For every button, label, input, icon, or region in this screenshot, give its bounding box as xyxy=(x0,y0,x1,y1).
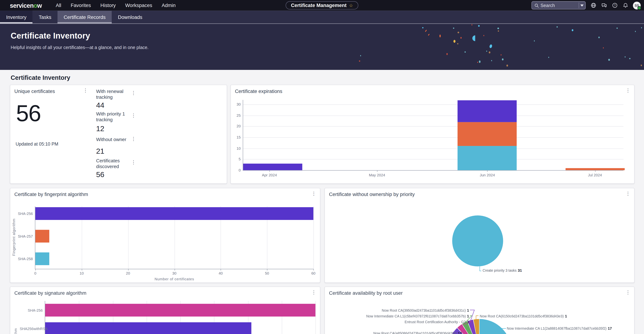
metric-label-discovered: Certificates discovered xyxy=(96,158,131,170)
nav-item-history[interactable]: History xyxy=(100,3,116,8)
bar-sha-256[interactable] xyxy=(45,304,315,316)
bar-sha256withrsa[interactable] xyxy=(45,322,252,334)
decor-dot xyxy=(641,65,642,66)
tab-certificate-records[interactable]: Certificate Records xyxy=(58,11,112,24)
metric-value-renewal: 44 xyxy=(96,101,104,110)
x-axis-tick-label: 40 xyxy=(212,271,229,275)
notifications-bell-icon[interactable] xyxy=(622,2,628,9)
workspace-tab-bar: Inventory Tasks Certificate Records Down… xyxy=(0,11,644,24)
kebab-menu-icon[interactable] xyxy=(82,88,88,93)
card-fingerprint-plot[interactable]: 0102030405060SHA-256SHA-257SHA-258Number… xyxy=(35,206,313,269)
bar-sha-258[interactable] xyxy=(35,252,49,265)
bar-segment-apr-2024-purple[interactable] xyxy=(243,164,302,170)
x-axis-tick xyxy=(82,269,82,270)
gridline xyxy=(243,126,624,127)
gridline xyxy=(243,159,624,160)
decor-dot xyxy=(464,51,466,53)
x-axis-tick-label: 10 xyxy=(74,271,90,275)
kebab-menu-icon[interactable] xyxy=(131,90,136,96)
presence-badge xyxy=(638,6,641,10)
x-axis-tick-label: 30 xyxy=(166,271,182,275)
decor-dot xyxy=(534,40,535,42)
card-signature-plot[interactable]: SHA-256SHA256withRSASignature algorithm xyxy=(45,301,316,334)
unique-certificates-value: 56 xyxy=(16,100,41,127)
tab-downloads[interactable]: Downloads xyxy=(112,11,148,24)
x-axis-category-label: Apr 2024 xyxy=(249,173,290,177)
user-avatar[interactable]: SS xyxy=(633,2,640,9)
gridline xyxy=(243,105,624,105)
decor-dot xyxy=(422,27,424,29)
x-axis-tick-label: 20 xyxy=(120,271,136,275)
metric-value-without-owner: 21 xyxy=(96,147,104,156)
search-input[interactable] xyxy=(540,3,578,8)
y-axis-tick-label: 30 xyxy=(231,103,241,107)
decor-dot xyxy=(498,31,499,32)
current-app-pill[interactable]: Certificate Management ☆ xyxy=(286,1,358,10)
card-fingerprint: Certificate by fingerprint algorithm 010… xyxy=(10,188,320,283)
x-axis-tick xyxy=(221,269,221,270)
tab-inventory[interactable]: Inventory xyxy=(0,11,32,24)
decor-dot xyxy=(635,31,636,32)
ownership-pie[interactable] xyxy=(452,215,503,266)
y-axis-tick-label: 15 xyxy=(231,135,241,139)
bar-segment-jun-2024-purple[interactable] xyxy=(458,100,517,122)
kebab-menu-icon[interactable] xyxy=(625,191,631,197)
bar-sha-257[interactable] xyxy=(35,230,49,243)
kebab-menu-icon[interactable] xyxy=(131,159,136,165)
favorite-star-icon[interactable]: ☆ xyxy=(349,3,353,8)
global-search[interactable] xyxy=(532,1,586,10)
search-scope-caret-icon[interactable] xyxy=(580,4,584,6)
kebab-menu-icon[interactable] xyxy=(131,136,136,142)
servicenow-logo[interactable]: servicenow xyxy=(10,2,42,9)
x-axis-tick xyxy=(377,170,378,172)
nav-item-all[interactable]: All xyxy=(56,3,61,8)
bar-segment-jun-2024-orange[interactable] xyxy=(458,122,517,146)
y-axis-tick-label: 20 xyxy=(231,124,241,128)
updated-timestamp: Updated at 05:10 PM xyxy=(16,141,58,146)
nav-item-favorites[interactable]: Favorites xyxy=(71,3,91,8)
tab-tasks[interactable]: Tasks xyxy=(32,11,58,24)
metric-label-priority1: With priority 1 tracking xyxy=(96,111,131,123)
gridline xyxy=(313,206,314,269)
decor-dot xyxy=(484,35,484,36)
decor-dot xyxy=(457,43,458,45)
unique-card-title: Unique certificates xyxy=(14,89,55,94)
gridline xyxy=(243,116,624,116)
bar-segment-jul-2024-orange[interactable] xyxy=(565,168,624,170)
kebab-menu-icon[interactable] xyxy=(625,88,631,93)
decor-dot xyxy=(608,59,610,61)
nav-item-admin[interactable]: Admin xyxy=(162,3,176,8)
y-axis-tick-label: 25 xyxy=(231,113,241,117)
bar-segment-jun-2024-cyan[interactable] xyxy=(458,146,517,170)
kebab-menu-icon[interactable] xyxy=(311,191,316,197)
kebab-menu-icon[interactable] xyxy=(131,113,136,118)
help-icon[interactable]: ? xyxy=(612,2,618,9)
pie-slice-label: Now Root CA(a85086d2473ba1101dd5c4f3836d… xyxy=(373,331,462,334)
expirations-plot[interactable]: 051015202530Apr 2024May 2024Jun 2024Jul … xyxy=(243,100,624,171)
kebab-menu-icon[interactable] xyxy=(311,289,316,295)
globe-icon[interactable] xyxy=(590,2,596,9)
x-axis-tick-label: 50 xyxy=(259,271,275,275)
decor-dot xyxy=(616,28,618,29)
x-axis-tick xyxy=(270,170,270,172)
search-divider xyxy=(579,3,579,8)
y-axis-tick-label: 5 xyxy=(231,157,241,161)
x-axis-tick xyxy=(174,269,175,270)
bar-sha-256[interactable] xyxy=(35,207,313,220)
card-signature: Certificate by signature algorithm SHA-2… xyxy=(10,286,320,334)
x-axis-category-label: Jun 2024 xyxy=(467,173,508,177)
decor-dot xyxy=(502,58,504,60)
decor-dot xyxy=(360,55,361,56)
y-axis-tick-label: 10 xyxy=(231,146,241,150)
kebab-menu-icon[interactable] xyxy=(625,289,631,295)
decor-dot xyxy=(486,51,487,52)
decor-dot xyxy=(454,40,455,43)
nav-item-workspaces[interactable]: Workspaces xyxy=(125,3,152,8)
y-axis-title: Signature algorithm xyxy=(14,317,18,334)
hero-banner: Certificate Inventory Helpful insights o… xyxy=(0,24,644,70)
decor-dot xyxy=(428,34,430,36)
chat-icon[interactable] xyxy=(601,2,607,9)
search-icon xyxy=(534,2,540,9)
y-axis-title: Fingerprint algorithm xyxy=(12,208,16,266)
decor-dot xyxy=(625,56,626,58)
